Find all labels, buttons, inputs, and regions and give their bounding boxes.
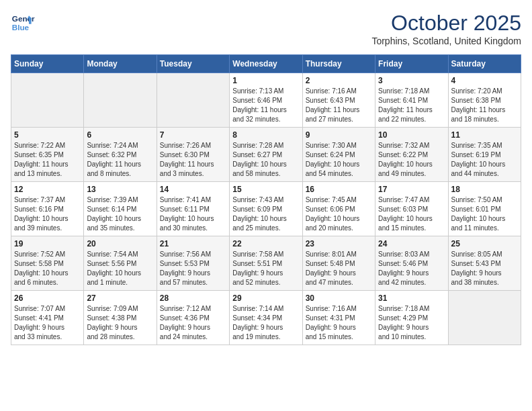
- day-number: 25: [451, 239, 518, 248]
- title-block: October 2025 Torphins, Scotland, United …: [371, 11, 521, 46]
- day-number: 5: [14, 130, 81, 140]
- day-cell-30: 30Sunrise: 7:16 AM Sunset: 4:31 PM Dayli…: [302, 291, 375, 345]
- day-info: Sunrise: 7:30 AM Sunset: 6:24 PM Dayligh…: [306, 141, 372, 179]
- calendar-table: SundayMondayTuesdayWednesdayThursdayFrid…: [11, 54, 521, 345]
- day-number: 18: [451, 185, 518, 194]
- day-info: Sunrise: 7:14 AM Sunset: 4:34 PM Dayligh…: [232, 304, 299, 342]
- day-info: Sunrise: 7:16 AM Sunset: 4:31 PM Dayligh…: [306, 304, 372, 342]
- day-info: Sunrise: 7:56 AM Sunset: 5:53 PM Dayligh…: [160, 250, 226, 287]
- week-row-3: 12Sunrise: 7:37 AM Sunset: 6:16 PM Dayli…: [11, 182, 521, 236]
- day-number: 28: [160, 293, 226, 303]
- day-info: Sunrise: 7:37 AM Sunset: 6:16 PM Dayligh…: [14, 195, 81, 233]
- day-number: 3: [378, 76, 445, 85]
- day-info: Sunrise: 7:28 AM Sunset: 6:27 PM Dayligh…: [232, 141, 299, 179]
- day-info: Sunrise: 7:09 AM Sunset: 4:38 PM Dayligh…: [87, 304, 153, 342]
- day-cell-3: 3Sunrise: 7:18 AM Sunset: 6:41 PM Daylig…: [375, 73, 448, 128]
- day-info: Sunrise: 8:03 AM Sunset: 5:46 PM Dayligh…: [378, 250, 445, 287]
- day-number: 16: [306, 185, 372, 194]
- day-number: 1: [232, 76, 299, 85]
- day-cell-28: 28Sunrise: 7:12 AM Sunset: 4:36 PM Dayli…: [157, 291, 229, 345]
- day-cell-31: 31Sunrise: 7:18 AM Sunset: 4:29 PM Dayli…: [375, 291, 448, 345]
- day-cell-1: 1Sunrise: 7:13 AM Sunset: 6:46 PM Daylig…: [230, 73, 302, 128]
- day-info: Sunrise: 7:26 AM Sunset: 6:30 PM Dayligh…: [160, 141, 226, 179]
- day-cell-13: 13Sunrise: 7:39 AM Sunset: 6:14 PM Dayli…: [84, 182, 157, 236]
- day-info: Sunrise: 8:01 AM Sunset: 5:48 PM Dayligh…: [306, 250, 372, 287]
- day-number: 23: [306, 239, 372, 248]
- day-info: Sunrise: 7:07 AM Sunset: 4:41 PM Dayligh…: [14, 304, 81, 342]
- day-cell-26: 26Sunrise: 7:07 AM Sunset: 4:41 PM Dayli…: [11, 291, 84, 345]
- day-cell-23: 23Sunrise: 8:01 AM Sunset: 5:48 PM Dayli…: [302, 236, 375, 291]
- day-number: 15: [232, 185, 299, 194]
- day-number: 8: [232, 130, 299, 140]
- page-header: General Blue October 2025 Torphins, Scot…: [11, 11, 521, 46]
- day-info: Sunrise: 7:16 AM Sunset: 6:43 PM Dayligh…: [306, 87, 372, 124]
- day-cell-25: 25Sunrise: 8:05 AM Sunset: 5:43 PM Dayli…: [448, 236, 521, 291]
- day-number: 6: [87, 130, 153, 140]
- day-number: 7: [160, 130, 226, 140]
- day-cell-15: 15Sunrise: 7:43 AM Sunset: 6:09 PM Dayli…: [230, 182, 302, 236]
- day-cell-24: 24Sunrise: 8:03 AM Sunset: 5:46 PM Dayli…: [375, 236, 448, 291]
- day-cell-27: 27Sunrise: 7:09 AM Sunset: 4:38 PM Dayli…: [84, 291, 157, 345]
- day-info: Sunrise: 7:50 AM Sunset: 6:01 PM Dayligh…: [451, 195, 518, 233]
- day-info: Sunrise: 7:35 AM Sunset: 6:19 PM Dayligh…: [451, 141, 518, 179]
- day-number: 20: [87, 239, 153, 248]
- day-cell-21: 21Sunrise: 7:56 AM Sunset: 5:53 PM Dayli…: [157, 236, 229, 291]
- day-number: 22: [232, 239, 299, 248]
- day-info: Sunrise: 7:41 AM Sunset: 6:11 PM Dayligh…: [160, 195, 226, 233]
- day-number: 31: [378, 293, 445, 303]
- day-number: 4: [451, 76, 518, 85]
- day-cell-29: 29Sunrise: 7:14 AM Sunset: 4:34 PM Dayli…: [230, 291, 302, 345]
- day-cell-7: 7Sunrise: 7:26 AM Sunset: 6:30 PM Daylig…: [157, 128, 229, 182]
- empty-cell: [448, 291, 521, 345]
- svg-text:Blue: Blue: [12, 23, 30, 32]
- day-info: Sunrise: 7:18 AM Sunset: 4:29 PM Dayligh…: [378, 304, 445, 342]
- day-number: 11: [451, 130, 518, 140]
- day-cell-5: 5Sunrise: 7:22 AM Sunset: 6:35 PM Daylig…: [11, 128, 84, 182]
- day-number: 10: [378, 130, 445, 140]
- header-cell-monday: Monday: [84, 55, 157, 73]
- day-number: 2: [306, 76, 372, 85]
- empty-cell: [84, 73, 157, 128]
- day-info: Sunrise: 8:05 AM Sunset: 5:43 PM Dayligh…: [451, 250, 518, 287]
- svg-text:General: General: [12, 14, 35, 23]
- day-info: Sunrise: 7:52 AM Sunset: 5:58 PM Dayligh…: [14, 250, 81, 287]
- day-cell-20: 20Sunrise: 7:54 AM Sunset: 5:56 PM Dayli…: [84, 236, 157, 291]
- day-info: Sunrise: 7:45 AM Sunset: 6:06 PM Dayligh…: [306, 195, 372, 233]
- day-cell-17: 17Sunrise: 7:47 AM Sunset: 6:03 PM Dayli…: [375, 182, 448, 236]
- day-number: 27: [87, 293, 153, 303]
- day-info: Sunrise: 7:43 AM Sunset: 6:09 PM Dayligh…: [232, 195, 299, 233]
- day-info: Sunrise: 7:12 AM Sunset: 4:36 PM Dayligh…: [160, 304, 226, 342]
- day-number: 13: [87, 185, 153, 194]
- day-info: Sunrise: 7:20 AM Sunset: 6:38 PM Dayligh…: [451, 87, 518, 124]
- day-number: 9: [306, 130, 372, 140]
- month-title: October 2025: [371, 11, 521, 36]
- day-cell-6: 6Sunrise: 7:24 AM Sunset: 6:32 PM Daylig…: [84, 128, 157, 182]
- header-cell-saturday: Saturday: [448, 55, 521, 73]
- day-number: 24: [378, 239, 445, 248]
- day-number: 29: [232, 293, 299, 303]
- header-cell-wednesday: Wednesday: [230, 55, 302, 73]
- day-cell-10: 10Sunrise: 7:32 AM Sunset: 6:22 PM Dayli…: [375, 128, 448, 182]
- day-number: 17: [378, 185, 445, 194]
- day-cell-18: 18Sunrise: 7:50 AM Sunset: 6:01 PM Dayli…: [448, 182, 521, 236]
- day-number: 19: [14, 239, 81, 248]
- day-info: Sunrise: 7:39 AM Sunset: 6:14 PM Dayligh…: [87, 195, 153, 233]
- day-number: 26: [14, 293, 81, 303]
- day-cell-9: 9Sunrise: 7:30 AM Sunset: 6:24 PM Daylig…: [302, 128, 375, 182]
- day-number: 21: [160, 239, 226, 248]
- empty-cell: [157, 73, 229, 128]
- day-cell-19: 19Sunrise: 7:52 AM Sunset: 5:58 PM Dayli…: [11, 236, 84, 291]
- week-row-1: 1Sunrise: 7:13 AM Sunset: 6:46 PM Daylig…: [11, 73, 521, 128]
- day-cell-12: 12Sunrise: 7:37 AM Sunset: 6:16 PM Dayli…: [11, 182, 84, 236]
- day-cell-22: 22Sunrise: 7:58 AM Sunset: 5:51 PM Dayli…: [230, 236, 302, 291]
- day-number: 12: [14, 185, 81, 194]
- logo-icon: General Blue: [11, 11, 35, 35]
- header-cell-sunday: Sunday: [11, 55, 84, 73]
- location-subtitle: Torphins, Scotland, United Kingdom: [371, 36, 521, 46]
- day-number: 14: [160, 185, 226, 194]
- day-cell-8: 8Sunrise: 7:28 AM Sunset: 6:27 PM Daylig…: [230, 128, 302, 182]
- day-info: Sunrise: 7:32 AM Sunset: 6:22 PM Dayligh…: [378, 141, 445, 179]
- week-row-4: 19Sunrise: 7:52 AM Sunset: 5:58 PM Dayli…: [11, 236, 521, 291]
- day-info: Sunrise: 7:54 AM Sunset: 5:56 PM Dayligh…: [87, 250, 153, 287]
- week-row-5: 26Sunrise: 7:07 AM Sunset: 4:41 PM Dayli…: [11, 291, 521, 345]
